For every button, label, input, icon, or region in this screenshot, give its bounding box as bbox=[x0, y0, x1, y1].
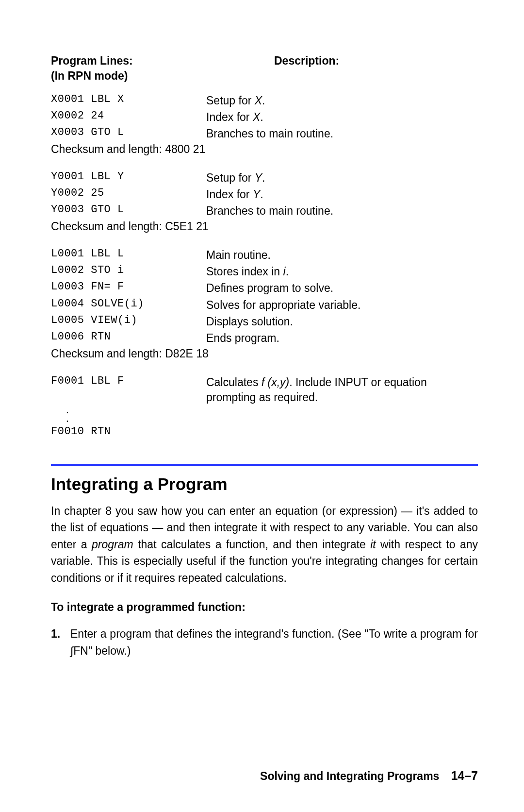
checksum-line: Checksum and length: 4800 21 bbox=[51, 143, 478, 156]
program-block: Y0001 LBL YSetup for Y.Y0002 25Index for… bbox=[51, 170, 478, 233]
program-row: Y0002 25Index for Y. bbox=[51, 187, 478, 202]
program-row: L0006 RTNEnds program. bbox=[51, 331, 478, 346]
program-code: X0002 24 bbox=[51, 110, 206, 125]
program-code: L0006 RTN bbox=[51, 331, 206, 346]
program-row: X0003 GTO LBranches to main routine. bbox=[51, 126, 478, 141]
subheading: To integrate a programmed function: bbox=[51, 601, 478, 614]
program-desc: Index for Y. bbox=[206, 187, 478, 202]
step-text: Enter a program that defines the integra… bbox=[70, 626, 478, 659]
program-code: L0002 STO i bbox=[51, 264, 206, 279]
page-footer: Solving and Integrating Programs 14–7 bbox=[51, 749, 478, 783]
program-row: X0001 LBL XSetup for X. bbox=[51, 93, 478, 108]
program-row: L0003 FN= FDefines program to solve. bbox=[51, 281, 478, 296]
program-row: Y0003 GTO LBranches to main routine. bbox=[51, 203, 478, 219]
program-row: L0005 VIEW(i)Displays solution. bbox=[51, 314, 478, 329]
program-desc: Setup for X. bbox=[206, 93, 478, 108]
program-desc: Branches to main routine. bbox=[206, 203, 478, 219]
program-code: F0010 RTN bbox=[51, 425, 206, 438]
program-desc: Displays solution. bbox=[206, 314, 478, 329]
ellipsis-dots: .. bbox=[65, 406, 478, 424]
step-1: 1. Enter a program that defines the inte… bbox=[51, 626, 478, 659]
program-code: L0001 LBL L bbox=[51, 248, 206, 263]
program-row: L0002 STO iStores index in i. bbox=[51, 264, 478, 279]
program-code: L0005 VIEW(i) bbox=[51, 314, 206, 329]
step-number: 1. bbox=[51, 626, 70, 659]
program-code: Y0002 25 bbox=[51, 187, 206, 202]
header-right: Description: bbox=[274, 54, 339, 67]
program-desc: Solves for appropriate variable. bbox=[206, 298, 478, 313]
program-desc: Stores index in i. bbox=[206, 264, 478, 279]
program-code: F0001 LBL F bbox=[51, 375, 206, 405]
footer-page-number: 14–7 bbox=[451, 769, 478, 783]
program-code: Y0003 GTO L bbox=[51, 203, 206, 219]
program-desc: Main routine. bbox=[206, 248, 478, 263]
program-code: X0001 LBL X bbox=[51, 93, 206, 108]
checksum-line: Checksum and length: C5E1 21 bbox=[51, 220, 478, 233]
program-row: X0002 24Index for X. bbox=[51, 110, 478, 125]
program-code: L0003 FN= F bbox=[51, 281, 206, 296]
program-row: Y0001 LBL YSetup for Y. bbox=[51, 170, 478, 186]
section-title: Integrating a Program bbox=[51, 474, 478, 494]
program-code: Y0001 LBL Y bbox=[51, 170, 206, 186]
intro-paragraph: In chapter 8 you saw how you can enter a… bbox=[51, 503, 478, 587]
table-header: Program Lines: (In RPN mode) Description… bbox=[51, 53, 478, 84]
program-code: X0003 GTO L bbox=[51, 126, 206, 141]
program-desc: Index for X. bbox=[206, 110, 478, 125]
program-block: X0001 LBL XSetup for X.X0002 24Index for… bbox=[51, 93, 478, 156]
program-desc: Calculates f (x,y). Include INPUT or equ… bbox=[206, 375, 478, 405]
program-code: L0004 SOLVE(i) bbox=[51, 298, 206, 313]
header-left-line1: Program Lines: bbox=[51, 54, 133, 67]
program-desc: Defines program to solve. bbox=[206, 281, 478, 296]
footer-title: Solving and Integrating Programs bbox=[260, 770, 439, 783]
program-desc: Branches to main routine. bbox=[206, 126, 478, 141]
program-block-f: F0001 LBL F Calculates f (x,y). Include … bbox=[51, 375, 478, 438]
checksum-line: Checksum and length: D82E 18 bbox=[51, 347, 478, 360]
section-rule bbox=[51, 464, 478, 466]
program-row: L0001 LBL LMain routine. bbox=[51, 248, 478, 263]
program-desc: Setup for Y. bbox=[206, 170, 478, 186]
program-row: L0004 SOLVE(i)Solves for appropriate var… bbox=[51, 298, 478, 313]
program-desc: Ends program. bbox=[206, 331, 478, 346]
program-block: L0001 LBL LMain routine.L0002 STO iStore… bbox=[51, 248, 478, 360]
header-left-line2: (In RPN mode) bbox=[51, 69, 128, 82]
